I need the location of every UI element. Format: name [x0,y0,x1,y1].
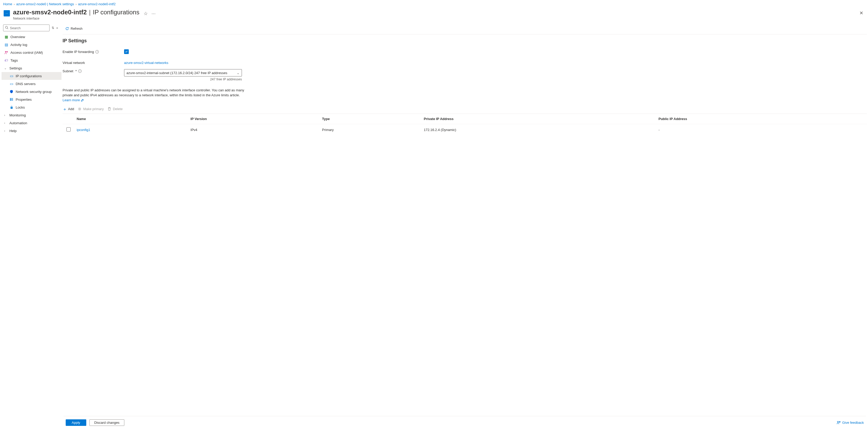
sidebar-group-automation[interactable]: › Automation [2,119,62,127]
discard-button[interactable]: Discard changes [89,419,125,426]
subnet-select[interactable]: azure-smsv2-internal-subnet (172.16.2.0/… [124,69,242,77]
table-row[interactable]: ipconfig1 IPv4 Primary 172.16.2.4 (Dynam… [63,124,867,136]
sidebar-item-label: Properties [16,97,32,102]
sidebar-group-label: Settings [9,66,22,70]
sidebar-item-properties[interactable]: Properties [2,95,62,103]
cell-type: Primary [320,124,422,136]
breadcrumb: Home › azure-smsv2-node0 | Network setti… [0,0,868,7]
enable-ip-forwarding-label: Enable IP forwarding i [63,50,124,54]
ipconfig-name-link[interactable]: ipconfig1 [76,128,90,132]
close-icon[interactable]: ✕ [859,10,863,16]
sidebar-item-nsg[interactable]: Network security group [2,88,62,95]
expand-collapse-icon[interactable]: ⇅ [52,26,54,30]
sidebar-group-label: Automation [9,121,27,125]
sidebar-item-tags[interactable]: 🏷 Tags [2,56,62,64]
sidebar-item-locks[interactable]: Locks [2,103,62,111]
plus-icon: ＋ [63,107,66,111]
collapse-sidebar-icon[interactable]: « [56,26,58,30]
chevron-right-icon: › [75,3,76,6]
cell-public-ip: - [656,124,867,136]
sidebar: ⇅ « ▦ Overview ▤ Activity log Access con… [0,23,62,429]
more-actions-icon[interactable]: ⋯ [151,11,156,16]
ip-config-actions: ＋ Add Make primary Delete [63,104,867,114]
favorite-star-icon[interactable]: ☆ [144,11,148,17]
cell-private-ip: 172.16.2.4 (Dynamic) [422,124,656,136]
sidebar-group-label: Monitoring [9,113,26,117]
svg-point-2 [5,51,6,53]
sidebar-group-label: Help [9,129,17,133]
info-icon[interactable]: i [95,50,99,54]
col-name: Name [74,114,188,124]
chevron-right-icon: › [4,129,7,132]
svg-point-0 [5,26,7,28]
sidebar-item-dns-servers[interactable]: ▭ DNS servers [2,80,62,88]
sidebar-group-help[interactable]: › Help [2,127,62,135]
ip-config-table: Name IP Version Type Private IP Address … [63,114,867,136]
col-ip-version: IP Version [188,114,320,124]
sidebar-item-access-control[interactable]: Access control (IAM) [2,49,62,56]
command-bar: Refresh [63,23,867,34]
cell-ip-version: IPv4 [188,124,320,136]
description-text: Private and public IP addresses can be a… [63,88,245,103]
virtual-network-link[interactable]: azure-smsv2-virtual-networks [124,61,168,65]
sidebar-item-label: DNS servers [16,82,36,86]
access-control-icon [4,50,8,55]
sidebar-item-overview[interactable]: ▦ Overview [2,33,62,41]
sidebar-search[interactable] [3,25,50,31]
svg-rect-5 [11,98,12,101]
gear-icon [78,107,82,111]
properties-icon [9,97,13,102]
col-private-ip: Private IP Address [422,114,656,124]
svg-line-1 [7,28,8,29]
search-input[interactable] [10,26,48,30]
search-icon [5,26,8,30]
virtual-network-label: Virtual network [63,61,124,65]
sidebar-group-settings[interactable]: ⌄ Settings [2,64,62,72]
resource-type-label: Network interface [13,17,140,20]
svg-point-8 [79,108,80,110]
make-primary-button: Make primary [78,107,104,111]
resource-name: azure-smsv2-node0-intf2 [13,9,87,16]
learn-more-link[interactable]: Learn more [63,98,84,102]
breadcrumb-interface[interactable]: azure-smsv2-node0-intf2 [78,2,116,6]
page-section-label: IP configurations [93,9,139,16]
chevron-right-icon: › [4,121,7,124]
dns-icon: ▭ [9,82,13,86]
subnet-label: Subnet* i [63,69,124,73]
sidebar-item-label: Access control (IAM) [10,51,43,55]
sidebar-item-activity-log[interactable]: ▤ Activity log [2,41,62,49]
svg-point-9 [837,421,839,423]
row-checkbox[interactable] [66,127,71,132]
make-primary-label: Make primary [83,107,104,111]
svg-rect-4 [10,98,11,101]
chevron-down-icon: ⌄ [237,71,240,75]
sidebar-item-label: Tags [10,58,18,62]
svg-rect-6 [12,98,13,101]
apply-button[interactable]: Apply [66,419,86,426]
overview-icon: ▦ [4,35,8,39]
give-feedback-link[interactable]: Give feedback [837,421,864,425]
tags-icon: 🏷 [4,58,8,62]
network-interface-icon: ⋯ [4,10,10,17]
refresh-button[interactable]: Refresh [64,26,84,32]
chevron-right-icon: › [4,114,7,117]
add-button[interactable]: ＋ Add [63,107,74,111]
page-title: azure-smsv2-node0-intf2 | IP configurati… [13,9,140,16]
info-icon[interactable]: i [78,69,82,73]
sidebar-item-label: IP configurations [16,74,42,78]
subnet-selected-value: azure-smsv2-internal-subnet (172.16.2.0/… [126,71,227,75]
svg-rect-7 [10,107,12,109]
shield-icon [9,89,13,94]
refresh-label: Refresh [71,27,83,31]
sidebar-item-ip-configurations[interactable]: ▭ IP configurations [2,72,62,80]
sidebar-group-monitoring[interactable]: › Monitoring [2,111,62,119]
person-feedback-icon [837,421,841,425]
enable-ip-forwarding-checkbox[interactable] [124,49,129,54]
delete-button: Delete [107,107,123,111]
sidebar-item-label: Network security group [16,90,52,94]
lock-icon [9,105,13,109]
breadcrumb-network-settings[interactable]: azure-smsv2-node0 | Network settings [16,2,74,6]
trash-icon [107,107,111,111]
breadcrumb-home[interactable]: Home [3,2,12,6]
page-header: ⋯ azure-smsv2-node0-intf2 | IP configura… [0,7,868,23]
